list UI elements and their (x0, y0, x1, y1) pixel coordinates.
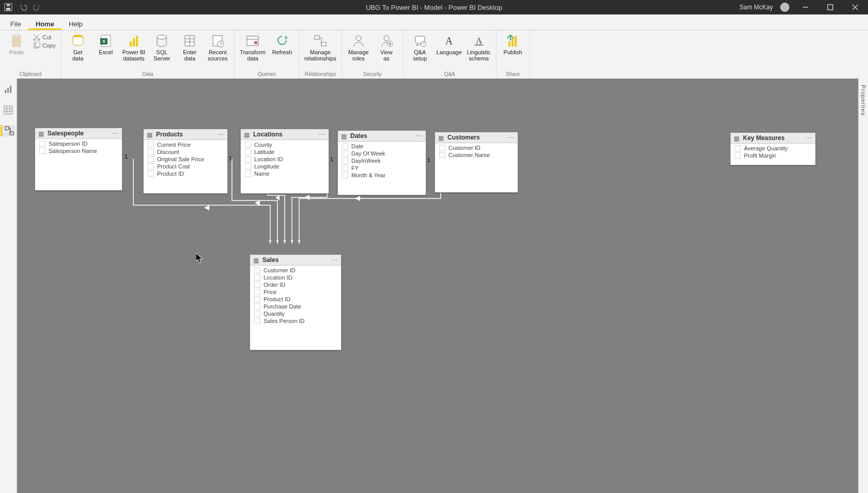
manage-relationships-button[interactable]: Manage relationships (302, 33, 338, 71)
refresh-button[interactable]: Refresh (269, 33, 296, 71)
table-menu-icon[interactable]: ⋯ (319, 131, 326, 138)
field-row[interactable]: Profit Margin (731, 152, 815, 159)
ribbon-caption-share: Share (500, 71, 526, 79)
table-dates[interactable]: ▦ Dates ⋯ Date Day Of Week DayInWeek (337, 130, 426, 195)
table-menu-icon[interactable]: ⋯ (416, 132, 423, 140)
field-row[interactable]: Product ID (250, 296, 341, 303)
manage-roles-button[interactable]: Manage roles (345, 33, 372, 71)
manage-rel-label: Manage relationships (304, 49, 336, 61)
window-title: UBG To Power BI - Model - Power BI Deskt… (0, 4, 868, 11)
table-menu-icon[interactable]: ⋯ (218, 131, 224, 138)
ribbon: Paste Cut Copy Clipboard (0, 30, 868, 80)
table-products[interactable]: ▦ Products ⋯ Current Price Discount Orig… (143, 129, 228, 194)
pbi-label: Power BI datasets (122, 49, 146, 61)
svg-marker-54 (255, 201, 260, 206)
table-sales[interactable]: ▦ Sales ⋯ Customer ID Location ID Order … (250, 254, 342, 350)
table-title: Key Measures (743, 134, 802, 142)
menu-file[interactable]: File (3, 17, 28, 30)
svg-text:A: A (476, 36, 482, 45)
minimize-icon[interactable] (797, 0, 814, 14)
field-row[interactable]: Name (241, 170, 329, 177)
field-row[interactable]: Product Cost (144, 163, 227, 170)
field-row[interactable]: Discount (144, 148, 227, 156)
table-title: Salespeople (48, 130, 109, 137)
properties-panel-collapsed[interactable]: Properties (858, 79, 868, 493)
field-row[interactable]: Product ID (144, 170, 227, 177)
redo-icon[interactable] (33, 3, 41, 11)
svg-rect-4 (828, 5, 833, 10)
field-label: Location ID (264, 274, 292, 281)
linguistic-schema-button[interactable]: A Linguistic schema (465, 33, 493, 71)
ribbon-group-queries: Transform data Refresh Queries (235, 30, 299, 79)
field-row[interactable]: Customer Name (435, 151, 518, 159)
table-customers[interactable]: ▦ Customers ⋯ Customer ID Customer Name (435, 132, 518, 193)
cut-icon (33, 34, 40, 41)
field-row[interactable]: DayInWeek (338, 157, 426, 164)
field-row[interactable]: Sales Person ID (250, 317, 341, 325)
field-row[interactable]: Date (338, 143, 426, 150)
pbi-datasets-button[interactable]: Power BI datasets (120, 33, 148, 71)
model-canvas[interactable]: ▦ Salespeople ⋯ Salesperson ID Salespers… (17, 79, 858, 493)
transform-data-button[interactable]: Transform data (238, 33, 268, 71)
transform-icon (245, 34, 260, 48)
publish-button[interactable]: Publish (500, 33, 526, 71)
svg-rect-45 (10, 86, 11, 93)
field-row[interactable]: Purchase Date (250, 303, 341, 310)
avatar[interactable] (780, 3, 789, 12)
table-salespeople[interactable]: ▦ Salespeople ⋯ Salesperson ID Salespers… (35, 128, 122, 191)
qa-setup-button[interactable]: Q&A setup (407, 33, 433, 71)
enter-data-button[interactable]: Enter data (176, 33, 203, 71)
field-row[interactable]: Original Sale Price (144, 156, 227, 163)
field-row[interactable]: Current Price (144, 141, 227, 148)
field-row[interactable]: Location ID (241, 156, 329, 163)
close-icon[interactable] (846, 0, 864, 14)
table-icon: ▦ (244, 131, 250, 137)
table-title: Sales (262, 256, 328, 264)
field-row[interactable]: Price (250, 288, 341, 296)
qa-setup-label: Q&A setup (413, 49, 427, 61)
field-list: Customer ID Customer Name (435, 143, 518, 160)
table-menu-icon[interactable]: ⋯ (508, 134, 515, 141)
field-row[interactable]: Location ID (250, 274, 341, 281)
field-row[interactable]: Month & Year (338, 172, 426, 179)
sql-server-button[interactable]: SQL Server (148, 33, 175, 71)
save-icon[interactable] (4, 3, 12, 11)
svg-rect-27 (247, 36, 258, 45)
field-label: Average Quantity (744, 145, 788, 151)
menu-help[interactable]: Help (61, 17, 90, 30)
signed-in-user[interactable]: Sam McKay (739, 4, 773, 11)
table-locations[interactable]: ▦ Locations ⋯ County Latitude Location I… (240, 129, 329, 194)
view-as-button[interactable]: View as (373, 33, 400, 71)
field-row[interactable]: Longitude (241, 163, 329, 170)
field-row[interactable]: Customer ID (435, 144, 518, 151)
relationships-icon (313, 34, 328, 48)
field-row[interactable]: Salesperson ID (35, 140, 122, 147)
maximize-icon[interactable] (822, 0, 839, 14)
field-row[interactable]: Order ID (250, 281, 341, 288)
field-row[interactable]: Day Of Week (338, 150, 426, 157)
field-label: Order ID (264, 282, 285, 288)
ribbon-caption-qa: Q&A (407, 71, 493, 79)
report-view-icon[interactable] (3, 84, 14, 95)
field-list: Date Day Of Week DayInWeek FY Month & Ye… (338, 142, 426, 180)
table-key-measures[interactable]: ▦ Key Measures ⋯ Average Quantity Profit… (730, 132, 816, 165)
language-button[interactable]: A Language (435, 33, 464, 71)
field-row[interactable]: Quantity (250, 310, 341, 317)
model-view-icon[interactable] (1, 125, 15, 136)
svg-point-58 (269, 240, 271, 242)
table-menu-icon[interactable]: ⋯ (112, 130, 119, 137)
field-row[interactable]: County (241, 141, 329, 148)
field-row[interactable]: FY (338, 164, 426, 172)
recent-sources-button[interactable]: Recent sources (204, 33, 231, 71)
table-menu-icon[interactable]: ⋯ (805, 134, 812, 142)
get-data-button[interactable]: Get data (65, 33, 91, 71)
excel-button[interactable]: X Excel (92, 33, 119, 71)
field-row[interactable]: Salesperson Name (35, 147, 122, 155)
table-menu-icon[interactable]: ⋯ (331, 256, 338, 264)
field-row[interactable]: Customer ID (250, 267, 341, 274)
undo-icon[interactable] (19, 3, 27, 11)
data-view-icon[interactable] (3, 104, 14, 116)
menu-home[interactable]: Home (28, 17, 61, 30)
field-row[interactable]: Average Quantity (731, 145, 815, 152)
field-row[interactable]: Latitude (241, 148, 329, 156)
